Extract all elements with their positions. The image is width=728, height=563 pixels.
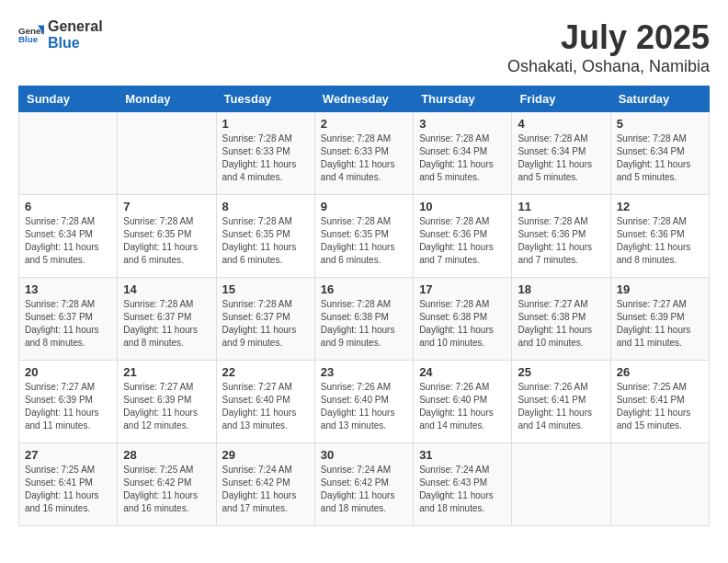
calendar-cell: 6Sunrise: 7:28 AM Sunset: 6:34 PM Daylig…	[19, 195, 118, 278]
logo: General Blue General Blue	[18, 18, 103, 51]
calendar-header-row: SundayMondayTuesdayWednesdayThursdayFrid…	[19, 86, 710, 112]
day-header-saturday: Saturday	[610, 86, 709, 112]
calendar-cell: 26Sunrise: 7:25 AM Sunset: 6:41 PM Dayli…	[610, 361, 709, 443]
day-number: 4	[518, 117, 604, 131]
calendar-cell: 20Sunrise: 7:27 AM Sunset: 6:39 PM Dayli…	[19, 361, 118, 443]
day-info: Sunrise: 7:25 AM Sunset: 6:42 PM Dayligh…	[123, 464, 210, 515]
day-number: 18	[518, 282, 604, 296]
calendar-cell: 18Sunrise: 7:27 AM Sunset: 6:38 PM Dayli…	[512, 278, 610, 361]
day-number: 9	[321, 200, 407, 213]
calendar-cell: 16Sunrise: 7:28 AM Sunset: 6:38 PM Dayli…	[314, 278, 413, 361]
day-number: 2	[321, 117, 407, 131]
day-info: Sunrise: 7:28 AM Sunset: 6:34 PM Dayligh…	[25, 215, 111, 267]
calendar-cell	[512, 443, 610, 526]
logo-general-text: General	[48, 18, 103, 35]
day-number: 29	[222, 448, 309, 462]
day-number: 19	[617, 282, 703, 296]
day-info: Sunrise: 7:25 AM Sunset: 6:41 PM Dayligh…	[617, 381, 703, 432]
location-subtitle: Oshakati, Oshana, Namibia	[507, 57, 710, 76]
day-number: 15	[222, 282, 309, 296]
calendar-cell	[19, 112, 118, 195]
day-number: 6	[25, 200, 111, 213]
day-number: 10	[419, 200, 506, 213]
calendar-cell: 1Sunrise: 7:28 AM Sunset: 6:33 PM Daylig…	[216, 112, 314, 195]
day-number: 13	[25, 282, 111, 296]
calendar-cell: 28Sunrise: 7:25 AM Sunset: 6:42 PM Dayli…	[118, 443, 216, 526]
calendar-cell: 24Sunrise: 7:26 AM Sunset: 6:40 PM Dayli…	[414, 361, 512, 443]
day-info: Sunrise: 7:26 AM Sunset: 6:40 PM Dayligh…	[321, 381, 407, 432]
page-header: General Blue General Blue July 2025 Osha…	[18, 18, 710, 76]
day-info: Sunrise: 7:28 AM Sunset: 6:35 PM Dayligh…	[123, 215, 210, 267]
calendar-cell: 15Sunrise: 7:28 AM Sunset: 6:37 PM Dayli…	[216, 278, 314, 361]
day-header-tuesday: Tuesday	[216, 86, 314, 112]
day-info: Sunrise: 7:28 AM Sunset: 6:38 PM Dayligh…	[419, 298, 506, 350]
calendar-cell: 23Sunrise: 7:26 AM Sunset: 6:40 PM Dayli…	[314, 361, 413, 443]
calendar-week-row: 1Sunrise: 7:28 AM Sunset: 6:33 PM Daylig…	[19, 112, 710, 195]
calendar-cell: 27Sunrise: 7:25 AM Sunset: 6:41 PM Dayli…	[19, 443, 118, 526]
day-number: 26	[617, 365, 703, 379]
calendar-week-row: 20Sunrise: 7:27 AM Sunset: 6:39 PM Dayli…	[19, 361, 710, 443]
day-info: Sunrise: 7:27 AM Sunset: 6:40 PM Dayligh…	[222, 381, 309, 432]
calendar-cell: 8Sunrise: 7:28 AM Sunset: 6:35 PM Daylig…	[216, 195, 314, 278]
day-info: Sunrise: 7:27 AM Sunset: 6:39 PM Dayligh…	[617, 298, 703, 350]
day-info: Sunrise: 7:26 AM Sunset: 6:41 PM Dayligh…	[518, 381, 604, 432]
day-header-wednesday: Wednesday	[314, 86, 413, 112]
day-number: 17	[419, 282, 506, 296]
day-number: 14	[123, 282, 210, 296]
day-info: Sunrise: 7:27 AM Sunset: 6:39 PM Dayligh…	[25, 381, 111, 432]
day-number: 5	[617, 117, 703, 131]
day-info: Sunrise: 7:28 AM Sunset: 6:35 PM Dayligh…	[321, 215, 407, 267]
day-info: Sunrise: 7:25 AM Sunset: 6:41 PM Dayligh…	[25, 464, 111, 515]
day-info: Sunrise: 7:28 AM Sunset: 6:35 PM Dayligh…	[222, 215, 309, 267]
day-info: Sunrise: 7:27 AM Sunset: 6:39 PM Dayligh…	[123, 381, 210, 432]
day-info: Sunrise: 7:28 AM Sunset: 6:37 PM Dayligh…	[25, 298, 111, 350]
day-info: Sunrise: 7:28 AM Sunset: 6:36 PM Dayligh…	[518, 215, 604, 267]
calendar-cell: 19Sunrise: 7:27 AM Sunset: 6:39 PM Dayli…	[610, 278, 709, 361]
calendar-cell: 21Sunrise: 7:27 AM Sunset: 6:39 PM Dayli…	[118, 361, 216, 443]
day-number: 1	[222, 117, 309, 131]
day-info: Sunrise: 7:26 AM Sunset: 6:40 PM Dayligh…	[419, 381, 506, 432]
day-number: 22	[222, 365, 309, 379]
logo-blue-text: Blue	[48, 35, 103, 52]
calendar-cell: 17Sunrise: 7:28 AM Sunset: 6:38 PM Dayli…	[414, 278, 512, 361]
logo-icon: General Blue	[18, 22, 44, 48]
calendar-cell: 22Sunrise: 7:27 AM Sunset: 6:40 PM Dayli…	[216, 361, 314, 443]
day-header-thursday: Thursday	[414, 86, 512, 112]
day-number: 21	[123, 365, 210, 379]
day-number: 12	[617, 200, 703, 213]
svg-text:Blue: Blue	[18, 34, 39, 44]
day-info: Sunrise: 7:24 AM Sunset: 6:43 PM Dayligh…	[419, 464, 506, 515]
day-info: Sunrise: 7:28 AM Sunset: 6:36 PM Dayligh…	[419, 215, 506, 267]
calendar-cell: 4Sunrise: 7:28 AM Sunset: 6:34 PM Daylig…	[512, 112, 610, 195]
day-info: Sunrise: 7:28 AM Sunset: 6:34 PM Dayligh…	[419, 132, 506, 184]
calendar-cell: 2Sunrise: 7:28 AM Sunset: 6:33 PM Daylig…	[314, 112, 413, 195]
day-number: 25	[518, 365, 604, 379]
calendar-cell: 7Sunrise: 7:28 AM Sunset: 6:35 PM Daylig…	[118, 195, 216, 278]
day-number: 31	[419, 448, 506, 462]
day-info: Sunrise: 7:24 AM Sunset: 6:42 PM Dayligh…	[222, 464, 309, 515]
calendar-cell: 3Sunrise: 7:28 AM Sunset: 6:34 PM Daylig…	[414, 112, 512, 195]
calendar-cell: 29Sunrise: 7:24 AM Sunset: 6:42 PM Dayli…	[216, 443, 314, 526]
day-number: 8	[222, 200, 309, 213]
calendar-cell: 12Sunrise: 7:28 AM Sunset: 6:36 PM Dayli…	[610, 195, 709, 278]
day-number: 16	[321, 282, 407, 296]
calendar-table: SundayMondayTuesdayWednesdayThursdayFrid…	[18, 86, 710, 526]
title-block: July 2025 Oshakati, Oshana, Namibia	[507, 18, 710, 76]
calendar-cell: 30Sunrise: 7:24 AM Sunset: 6:42 PM Dayli…	[314, 443, 413, 526]
day-info: Sunrise: 7:28 AM Sunset: 6:33 PM Dayligh…	[321, 132, 407, 184]
day-info: Sunrise: 7:28 AM Sunset: 6:34 PM Dayligh…	[617, 132, 703, 184]
calendar-week-row: 13Sunrise: 7:28 AM Sunset: 6:37 PM Dayli…	[19, 278, 710, 361]
day-header-sunday: Sunday	[19, 86, 118, 112]
day-number: 28	[123, 448, 210, 462]
day-info: Sunrise: 7:28 AM Sunset: 6:38 PM Dayligh…	[321, 298, 407, 350]
calendar-cell: 13Sunrise: 7:28 AM Sunset: 6:37 PM Dayli…	[19, 278, 118, 361]
calendar-cell: 9Sunrise: 7:28 AM Sunset: 6:35 PM Daylig…	[314, 195, 413, 278]
calendar-cell: 5Sunrise: 7:28 AM Sunset: 6:34 PM Daylig…	[610, 112, 709, 195]
day-number: 7	[123, 200, 210, 213]
day-info: Sunrise: 7:28 AM Sunset: 6:34 PM Dayligh…	[518, 132, 604, 184]
day-number: 11	[518, 200, 604, 213]
day-number: 27	[25, 448, 111, 462]
day-info: Sunrise: 7:28 AM Sunset: 6:37 PM Dayligh…	[222, 298, 309, 350]
day-header-monday: Monday	[118, 86, 216, 112]
day-number: 20	[25, 365, 111, 379]
